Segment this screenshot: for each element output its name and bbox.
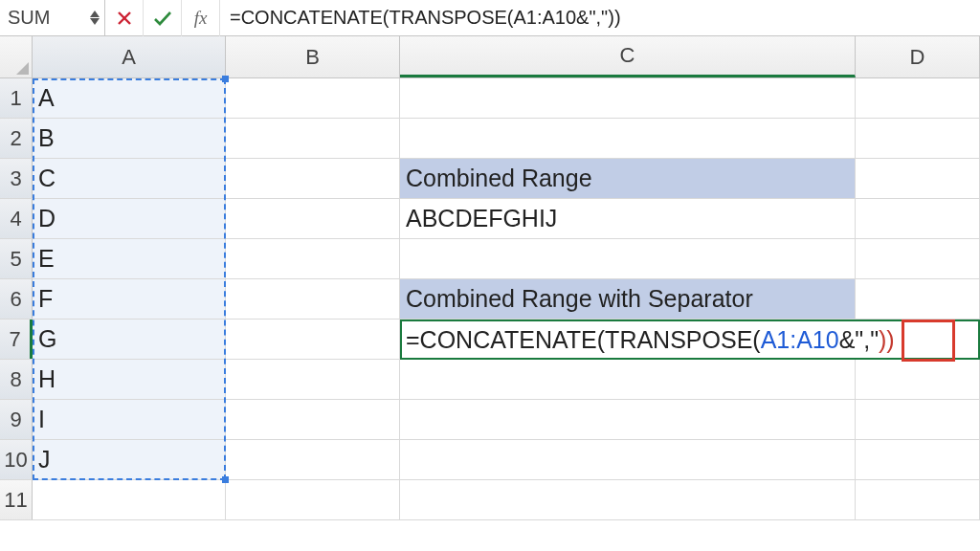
column-headers: A B C D: [0, 36, 980, 78]
cell-A4[interactable]: D: [33, 199, 226, 238]
cell-A11[interactable]: [33, 480, 226, 519]
formula-input[interactable]: =CONCATENATE(TRANSPOSE(A1:A10&",")): [220, 7, 980, 29]
row: 4DABCDEFGHIJ: [0, 199, 980, 239]
cell-D9[interactable]: [856, 400, 980, 439]
formula-bar: SUM fx =CONCATENATE(TRANSPOSE(A1:A10&","…: [0, 0, 980, 36]
row: 1A: [0, 78, 980, 119]
svg-marker-1: [90, 18, 100, 25]
row: 8H: [0, 360, 980, 400]
cell-A6[interactable]: F: [33, 279, 226, 319]
cell-A1[interactable]: A: [33, 78, 226, 118]
cell-B1[interactable]: [226, 78, 400, 118]
cell-D4[interactable]: [856, 199, 980, 238]
cell-B8[interactable]: [226, 360, 400, 399]
cell-A8[interactable]: H: [33, 360, 226, 399]
row-header[interactable]: 1: [0, 78, 33, 118]
column-header-D[interactable]: D: [856, 36, 980, 77]
cell-B3[interactable]: [226, 159, 400, 198]
cell-C2[interactable]: [400, 119, 856, 158]
column-header-B[interactable]: B: [226, 36, 400, 77]
cell-B2[interactable]: [226, 119, 400, 158]
cancel-button[interactable]: [105, 0, 144, 36]
row: 11: [0, 480, 980, 520]
name-box-value: SUM: [0, 7, 87, 29]
cell-B6[interactable]: [226, 279, 400, 319]
cell-C10[interactable]: [400, 440, 856, 479]
cell-D3[interactable]: [856, 159, 980, 198]
row-header[interactable]: 9: [0, 400, 33, 439]
name-box-stepper[interactable]: [87, 11, 104, 25]
cell-A10[interactable]: J: [33, 440, 226, 479]
fx-icon: fx: [194, 8, 208, 29]
cell-D1[interactable]: [856, 78, 980, 118]
row: 5E: [0, 239, 980, 279]
column-header-A[interactable]: A: [33, 36, 226, 77]
cell-C8[interactable]: [400, 360, 856, 399]
cell-A2[interactable]: B: [33, 119, 226, 158]
cell-A7[interactable]: G: [33, 320, 226, 359]
cell-D8[interactable]: [856, 360, 980, 399]
cell-D6[interactable]: [856, 279, 980, 319]
row-header[interactable]: 7: [0, 320, 33, 359]
cell-C1[interactable]: [400, 78, 856, 118]
row: 3CCombined Range: [0, 159, 980, 199]
cell-C3[interactable]: Combined Range: [400, 159, 856, 198]
row: 9I: [0, 400, 980, 440]
row-header[interactable]: 4: [0, 199, 33, 238]
formula-close: )): [879, 326, 895, 354]
cell-C9[interactable]: [400, 400, 856, 439]
cell-B4[interactable]: [226, 199, 400, 238]
formula-text: =CONCATENATE(TRANSPOSE(: [406, 326, 761, 354]
cell-B11[interactable]: [226, 480, 400, 519]
fx-button[interactable]: fx: [182, 0, 220, 36]
cell-A3[interactable]: C: [33, 159, 226, 198]
row-header[interactable]: 8: [0, 360, 33, 399]
cell-B7[interactable]: [226, 320, 400, 359]
cell-A5[interactable]: E: [33, 239, 226, 278]
cell-C7-editing[interactable]: =CONCATENATE(TRANSPOSE(A1:A10&",")): [400, 320, 980, 360]
cell-B5[interactable]: [226, 239, 400, 278]
worksheet[interactable]: A B C D 1A2B3CCombined Range4DABCDEFGHIJ…: [0, 36, 980, 520]
row-header[interactable]: 2: [0, 119, 33, 158]
row-header[interactable]: 11: [0, 480, 33, 519]
row: 10J: [0, 440, 980, 480]
row-header[interactable]: 10: [0, 440, 33, 479]
name-box[interactable]: SUM: [0, 0, 105, 36]
cell-D5[interactable]: [856, 239, 980, 278]
cell-A9[interactable]: I: [33, 400, 226, 439]
cell-D11[interactable]: [856, 480, 980, 519]
select-all-corner[interactable]: [0, 36, 33, 77]
chevron-up-icon: [90, 11, 100, 17]
close-icon: [117, 11, 132, 26]
row-header[interactable]: 3: [0, 159, 33, 198]
cell-C5[interactable]: [400, 239, 856, 278]
row: 2B: [0, 119, 980, 159]
formula-text: &",": [839, 326, 879, 354]
svg-marker-0: [90, 11, 100, 17]
cell-C11[interactable]: [400, 480, 856, 519]
row-header[interactable]: 5: [0, 239, 33, 278]
formula-ref: A1:A10: [761, 326, 839, 354]
cell-B9[interactable]: [226, 400, 400, 439]
cell-C6[interactable]: Combined Range with Separator: [400, 279, 856, 319]
confirm-button[interactable]: [144, 0, 182, 36]
cell-D10[interactable]: [856, 440, 980, 479]
column-header-C[interactable]: C: [400, 36, 856, 77]
cell-D2[interactable]: [856, 119, 980, 158]
row: 6FCombined Range with Separator: [0, 279, 980, 320]
chevron-down-icon: [90, 18, 100, 25]
annotation-box-icon: [902, 320, 955, 362]
row-header[interactable]: 6: [0, 279, 33, 319]
cell-B10[interactable]: [226, 440, 400, 479]
check-icon: [153, 11, 172, 26]
cell-C4[interactable]: ABCDEFGHIJ: [400, 199, 856, 238]
